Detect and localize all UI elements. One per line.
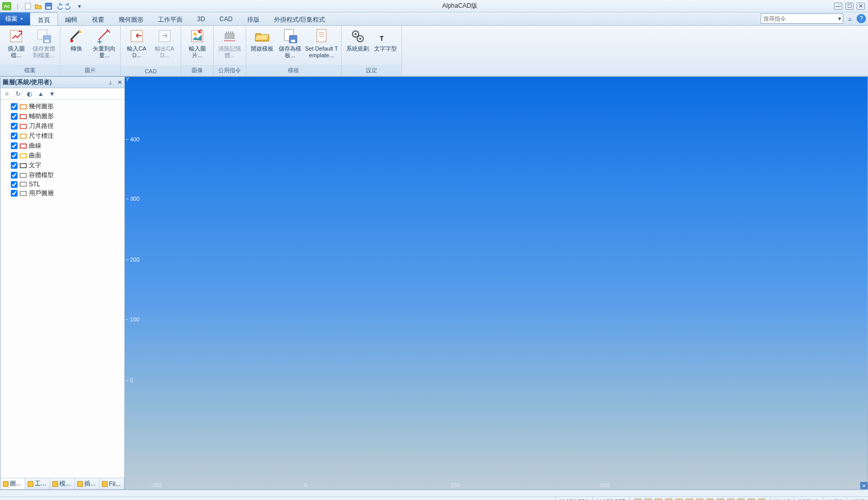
layer-visibility-checkbox[interactable]	[11, 103, 18, 110]
command-bar[interactable]	[0, 490, 868, 497]
toggle-icon[interactable]: ◐	[25, 90, 34, 98]
undo-icon[interactable]	[55, 2, 63, 10]
close-button[interactable]: ✕	[857, 3, 865, 10]
collapse-ribbon-icon[interactable]: ▵	[845, 14, 855, 23]
layer-visibility-checkbox[interactable]	[11, 152, 18, 159]
tab-工作平面[interactable]: 工作平面	[151, 12, 190, 25]
pin-icon[interactable]: ⟂	[107, 79, 114, 86]
iso2-icon[interactable]	[737, 498, 745, 500]
side-tab-3[interactable]: 插...	[75, 478, 100, 489]
right-icon[interactable]	[706, 498, 714, 500]
app-icon[interactable]: Ac	[2, 2, 11, 10]
svg-point-11	[194, 33, 197, 36]
layer-icon	[20, 123, 27, 130]
plane-icon[interactable]	[675, 498, 683, 500]
grid-icon[interactable]	[644, 498, 652, 500]
close-panel-icon[interactable]: ✕	[116, 79, 123, 86]
redo-icon[interactable]	[65, 2, 73, 10]
file-menu-button[interactable]: 檔案	[0, 12, 30, 25]
ribbon-default-template[interactable]: Set Default Template...	[304, 27, 339, 60]
layer-item[interactable]: 刀具路徑	[4, 121, 121, 131]
left-icon[interactable]	[716, 498, 725, 500]
tab-3D[interactable]: 3D	[190, 12, 212, 25]
front-icon[interactable]	[685, 498, 694, 500]
layer-visibility-checkbox[interactable]	[11, 162, 18, 169]
viewport-close-icon[interactable]: ✕	[860, 482, 867, 489]
iso3-icon[interactable]	[747, 498, 756, 500]
toggle-auto[interactable]: AUTO	[823, 497, 846, 500]
home-view-icon[interactable]	[634, 498, 642, 500]
ribbon-convert[interactable]: 轉換	[62, 27, 90, 53]
layer-visibility-checkbox[interactable]	[11, 190, 18, 197]
layer-visibility-checkbox[interactable]	[11, 123, 18, 130]
toggle-ortho[interactable]: ORTHO	[794, 497, 823, 500]
layer-label: 容體模型	[29, 171, 54, 180]
top-icon[interactable]	[696, 498, 704, 500]
ribbon-vectorize[interactable]: 矢量到向量...	[90, 27, 118, 60]
maximize-button[interactable]: ☐	[845, 3, 854, 10]
axes-icon[interactable]	[654, 498, 663, 500]
new-file-icon[interactable]	[24, 2, 32, 10]
refresh-icon[interactable]: ↻	[14, 90, 22, 98]
side-tab-2[interactable]: 模...	[50, 478, 75, 489]
tab-排版[interactable]: 排版	[240, 12, 267, 25]
svg-rect-13	[226, 31, 227, 34]
viewport[interactable]: Y 4003002001000 -2500250500 ✕	[125, 76, 868, 490]
layer-visibility-checkbox[interactable]	[11, 181, 18, 188]
search-dropdown-icon[interactable]: ▾	[837, 15, 843, 22]
side-tab-4[interactable]: Fil...	[100, 478, 124, 489]
iso4-icon[interactable]	[758, 498, 766, 500]
iso1-icon[interactable]	[727, 498, 735, 500]
tab-視窗[interactable]: 視窗	[85, 12, 111, 25]
svg-rect-6	[45, 40, 49, 42]
ribbon-item-label: Set Default Template...	[305, 45, 338, 59]
layer-label: 刀具路徑	[29, 122, 54, 131]
command-search[interactable]: ▾	[761, 13, 843, 24]
layer-item[interactable]: 幾何圖形	[4, 102, 121, 111]
layer-item[interactable]: STL	[4, 180, 121, 188]
ribbon-import-cad[interactable]: 輸入CAD...	[123, 27, 151, 60]
layer-visibility-checkbox[interactable]	[11, 113, 18, 120]
side-tab-0[interactable]: 圖...	[1, 478, 25, 489]
side-tab-1[interactable]: 工...	[25, 478, 50, 489]
layer-item[interactable]: 用戶圖層	[4, 188, 121, 198]
tree-icon[interactable]: ⌗	[3, 90, 11, 98]
minimize-button[interactable]: —	[834, 3, 842, 10]
layer-label: STL	[29, 181, 40, 188]
ribbon-group-label: 圖片	[60, 65, 120, 76]
layer-item[interactable]: 容體模型	[4, 170, 121, 180]
layer-item[interactable]: 曲面	[4, 151, 121, 160]
ribbon-item-label: 矢量到向量...	[91, 45, 117, 59]
ribbon-text-font[interactable]: T文字字型	[372, 27, 399, 53]
ribbon-insert-drawing[interactable]: 插入圖檔...	[2, 27, 30, 60]
ribbon-save-template[interactable]: 儲存為樣板...	[276, 27, 304, 60]
ribbon-open-template[interactable]: 開啟樣板	[248, 27, 276, 53]
layer-item[interactable]: 曲線	[4, 141, 121, 151]
up-icon[interactable]: ▲	[37, 90, 45, 98]
ribbon-item-label: 輸入CAD...	[124, 45, 150, 59]
down-icon[interactable]: ▼	[48, 90, 56, 98]
tab-幾何圖形[interactable]: 幾何圖形	[111, 12, 151, 25]
help-icon[interactable]: ?	[857, 14, 866, 23]
layer-visibility-checkbox[interactable]	[11, 142, 18, 149]
ribbon-item-label: 輸出CAD...	[152, 45, 178, 59]
customize-qat-icon[interactable]: ▾	[75, 2, 84, 10]
layer-visibility-checkbox[interactable]	[11, 172, 18, 179]
tab-編輯[interactable]: 編輯	[58, 12, 85, 25]
command-search-input[interactable]	[761, 15, 837, 22]
save-icon[interactable]	[44, 2, 53, 10]
rotate-icon[interactable]	[665, 498, 673, 500]
toggle-hide[interactable]: HIDE	[846, 497, 868, 500]
ribbon-gears[interactable]: 系統規劃	[344, 27, 372, 53]
layer-visibility-checkbox[interactable]	[11, 133, 18, 139]
tab-外掛程式/巨集程式[interactable]: 外掛程式/巨集程式	[267, 12, 332, 25]
y-tick-label: 400	[130, 136, 139, 142]
open-folder-icon[interactable]	[34, 2, 42, 10]
tab-首頁[interactable]: 首頁	[30, 12, 58, 25]
layer-item[interactable]: 輔助圖形	[4, 111, 121, 121]
ribbon-import-image[interactable]: 輸入圖片...	[183, 27, 211, 60]
toggle-snap[interactable]: SNAP	[770, 497, 794, 500]
layer-item[interactable]: 文字	[4, 160, 121, 170]
layer-item[interactable]: 尺寸標注	[4, 131, 121, 141]
tab-CAD[interactable]: CAD	[212, 12, 239, 25]
